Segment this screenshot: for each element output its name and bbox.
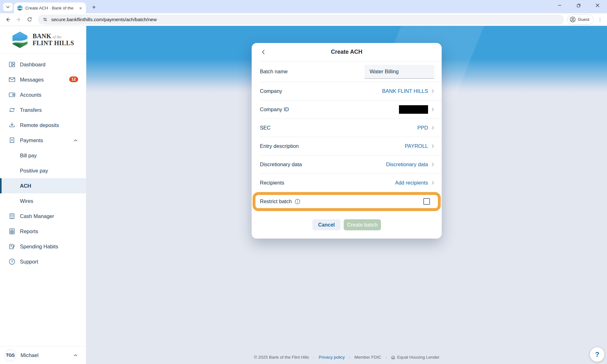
recipients-row[interactable]: Recipients Add recipients [260, 174, 442, 192]
chevron-up-icon [73, 139, 78, 142]
report-icon [8, 228, 16, 235]
building-icon [8, 212, 16, 220]
tab-close-icon[interactable]: × [77, 5, 84, 11]
equal-housing-icon [391, 355, 395, 360]
entry-description-value: PAYROLL [405, 143, 428, 149]
svg-text:$: $ [11, 138, 13, 142]
user-name: Michael [21, 352, 69, 358]
wallet-icon [8, 91, 16, 99]
sidebar-item-accounts[interactable]: Accounts [0, 87, 86, 102]
forward-button[interactable] [13, 14, 24, 25]
create-ach-dialog: Create ACH Batch name Company BANK FLINT… [252, 43, 442, 239]
main-content: Create ACH Batch name Company BANK FLINT… [86, 26, 607, 364]
sidebar-nav: Dashboard Messages 12 Accounts [0, 54, 86, 346]
profile-label: Guest [578, 17, 589, 22]
favicon [17, 5, 23, 11]
member-fdic-text: Member FDIC [354, 355, 381, 360]
company-label: Company [260, 88, 282, 94]
discretionary-data-row[interactable]: Discretionary data Discretionary data [260, 155, 442, 174]
discretionary-data-label: Discretionary data [260, 161, 302, 167]
chevron-right-icon [432, 126, 434, 130]
site-settings-icon[interactable] [42, 17, 48, 22]
browser-toolbar: secure.bankflinthills.com/payments/ach/b… [0, 13, 607, 26]
entry-description-row[interactable]: Entry description PAYROLL [260, 137, 442, 155]
person-icon [570, 16, 576, 22]
restrict-batch-highlight: Restrict batch [253, 192, 441, 211]
transfer-icon [8, 106, 16, 114]
bank-wordmark: BANKof the FLINT HILLS [33, 33, 74, 46]
deposit-icon [8, 121, 16, 129]
chevron-up-icon [73, 354, 78, 357]
chevron-right-icon [432, 162, 434, 167]
sidebar-item-ach[interactable]: ACH [0, 178, 86, 193]
sidebar-item-bill-pay[interactable]: Bill pay [0, 148, 86, 163]
batch-name-row: Batch name [260, 61, 442, 82]
cancel-button[interactable]: Cancel [312, 219, 340, 230]
entry-description-label: Entry description [260, 143, 299, 149]
sidebar-item-positive-pay[interactable]: Positive pay [0, 163, 86, 178]
info-icon [295, 199, 300, 204]
sidebar-item-payments[interactable]: $ Payments [0, 133, 86, 148]
sidebar-item-reports[interactable]: Reports [0, 224, 86, 239]
new-tab-button[interactable]: + [89, 3, 99, 12]
chevron-right-icon [432, 107, 434, 112]
payments-icon: $ [8, 136, 16, 144]
dashboard-icon [8, 61, 16, 68]
minimize-button[interactable] [550, 0, 569, 11]
spending-habits-icon [8, 243, 16, 250]
recipients-value: Add recipients [395, 180, 428, 186]
url-bar[interactable]: secure.bankflinthills.com/payments/ach/b… [38, 15, 564, 25]
sidebar-item-transfers[interactable]: Transfers [0, 102, 86, 118]
help-button[interactable]: ? [590, 347, 604, 362]
company-id-row[interactable]: Company ID [260, 100, 442, 119]
dialog-title: Create ACH [331, 49, 362, 55]
window-controls [550, 0, 607, 11]
svg-text:?: ? [11, 260, 13, 264]
chevron-right-icon [432, 181, 434, 185]
chevron-right-icon [432, 144, 434, 148]
footer: © 2025 Bank of the Flint Hills · Privacy… [86, 355, 607, 360]
profile-button[interactable]: Guest [567, 15, 594, 25]
batch-name-input[interactable] [365, 65, 434, 79]
sidebar-item-support[interactable]: ? Support [0, 254, 86, 269]
messages-badge: 12 [69, 76, 78, 82]
restrict-batch-checkbox[interactable] [423, 198, 430, 205]
back-icon[interactable] [259, 48, 267, 56]
reload-button[interactable] [24, 14, 35, 25]
sec-label: SEC [260, 125, 271, 131]
browser-menu-button[interactable]: ⋮ [596, 15, 604, 25]
sidebar-item-wires[interactable]: Wires [0, 193, 86, 209]
restrict-batch-row: Restrict batch [255, 195, 438, 208]
chevron-right-icon [432, 89, 434, 93]
back-button[interactable] [3, 14, 13, 25]
equal-housing-text: Equal Housing Lender [397, 355, 439, 360]
recipients-label: Recipients [260, 180, 284, 186]
close-window-button[interactable] [588, 0, 607, 11]
browser-tabstrip: Create ACH · Bank of the Flint H × + [0, 0, 607, 13]
bank-logo: BANKof the FLINT HILLS [0, 26, 86, 54]
sidebar: BANKof the FLINT HILLS Dashboard Message… [0, 26, 86, 364]
restore-button[interactable] [569, 0, 588, 11]
company-value: BANK FLINT HILLS [382, 88, 428, 94]
avatar: TGS [4, 349, 16, 361]
sidebar-item-messages[interactable]: Messages 12 [0, 72, 86, 87]
support-icon: ? [8, 258, 16, 265]
batch-name-label: Batch name [260, 69, 288, 75]
user-menu[interactable]: TGS Michael [0, 346, 86, 364]
company-id-label: Company ID [260, 106, 289, 112]
restrict-batch-label: Restrict batch [260, 198, 292, 204]
sec-row[interactable]: SEC PPD [260, 119, 442, 137]
sidebar-item-cash-manager[interactable]: Cash Manager [0, 209, 86, 224]
tab-search-button[interactable] [3, 3, 13, 11]
privacy-policy-link[interactable]: Privacy policy [319, 355, 345, 360]
browser-tab[interactable]: Create ACH · Bank of the Flint H × [14, 3, 86, 13]
sidebar-item-remote-deposits[interactable]: Remote deposits [0, 118, 86, 133]
sidebar-item-dashboard[interactable]: Dashboard [0, 57, 86, 72]
create-batch-button[interactable]: Create batch [344, 219, 381, 230]
tab-title: Create ACH · Bank of the Flint H [25, 6, 75, 10]
sidebar-item-spending-habits[interactable]: Spending Habits [0, 239, 86, 254]
mail-icon [8, 76, 16, 83]
discretionary-data-value: Discretionary data [386, 161, 428, 167]
company-row[interactable]: Company BANK FLINT HILLS [260, 82, 442, 100]
redacted-company-id [399, 105, 428, 114]
